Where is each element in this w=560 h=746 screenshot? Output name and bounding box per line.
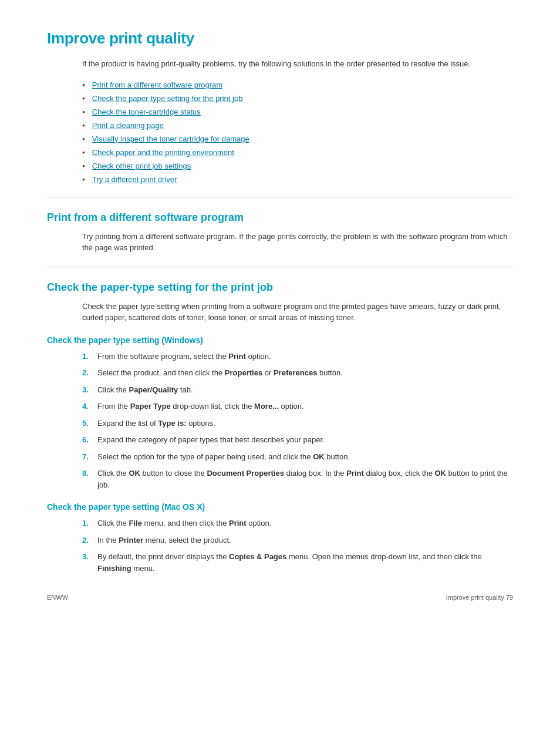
windows-steps-list: 1. From the software program, select the… bbox=[82, 351, 513, 491]
step-item: 2. In the Printer menu, select the produ… bbox=[82, 535, 513, 546]
bold-text: Properties bbox=[225, 368, 262, 377]
bold-text: Print bbox=[346, 469, 364, 478]
subsection1-title: Check the paper type setting (Windows) bbox=[47, 335, 513, 345]
step-content: Select the product, and then click the P… bbox=[97, 367, 513, 379]
step-number: 8. bbox=[82, 468, 97, 479]
list-item: Check the toner-cartridge status bbox=[82, 107, 513, 116]
step-content: Expand the list of Type is: options. bbox=[97, 418, 513, 429]
step-content: Select the option for the type of paper … bbox=[97, 451, 513, 463]
link-check-paper-env[interactable]: Check paper and the printing environment bbox=[92, 148, 234, 157]
step-item: 3. By default, the print driver displays… bbox=[82, 551, 513, 574]
step-number: 1. bbox=[82, 351, 97, 362]
step-item: 3. Click the Paper/Quality tab. bbox=[82, 384, 513, 396]
section2-body: Check the paper type setting when printi… bbox=[82, 301, 513, 324]
bold-text: Paper Type bbox=[130, 402, 171, 411]
bold-text: Preferences bbox=[274, 368, 317, 377]
step-number: 3. bbox=[82, 551, 97, 563]
list-item: Try a different print driver bbox=[82, 175, 513, 184]
step-number: 4. bbox=[82, 401, 97, 412]
step-item: 4. From the Paper Type drop-down list, c… bbox=[82, 401, 513, 412]
step-content: In the Printer menu, select the product. bbox=[97, 535, 513, 546]
step-number: 6. bbox=[82, 434, 97, 446]
footer-left: ENWW bbox=[47, 594, 68, 601]
step-content: From the Paper Type drop-down list, clic… bbox=[97, 401, 513, 412]
section-divider bbox=[47, 197, 513, 197]
step-content: Expand the category of paper types that … bbox=[97, 434, 513, 446]
step-number: 5. bbox=[82, 418, 97, 429]
link-check-other-settings[interactable]: Check other print job settings bbox=[92, 162, 191, 170]
intro-text: If the product is having print-quality p… bbox=[82, 58, 513, 70]
bold-text: Print bbox=[229, 519, 247, 527]
bold-text: Copies & Pages bbox=[229, 552, 286, 561]
bold-text: Type is: bbox=[158, 419, 186, 428]
bold-text: Print bbox=[228, 352, 246, 361]
footer-right: Improve print quality 79 bbox=[446, 594, 513, 601]
page-footer: ENWW Improve print quality 79 bbox=[47, 594, 513, 601]
bold-text: File bbox=[129, 519, 141, 527]
bold-text: OK bbox=[434, 469, 446, 478]
main-title: Improve print quality bbox=[47, 29, 513, 48]
list-item: Check other print job settings bbox=[82, 162, 513, 170]
bold-text: Paper/Quality bbox=[129, 385, 178, 394]
step-item: 1. Click the File menu, and then click t… bbox=[82, 518, 513, 529]
step-item: 5. Expand the list of Type is: options. bbox=[82, 418, 513, 429]
link-visually-inspect[interactable]: Visually inspect the toner cartridge for… bbox=[92, 135, 249, 143]
step-item: 2. Select the product, and then click th… bbox=[82, 367, 513, 379]
step-content: Click the Paper/Quality tab. bbox=[97, 384, 513, 396]
list-item: Check the paper-type setting for the pri… bbox=[82, 94, 513, 103]
step-item: 1. From the software program, select the… bbox=[82, 351, 513, 362]
section1-title: Print from a different software program bbox=[47, 211, 513, 224]
bold-text: Printer bbox=[119, 536, 143, 545]
list-item: Print from a different software program bbox=[82, 80, 513, 89]
mac-steps-list: 1. Click the File menu, and then click t… bbox=[82, 518, 513, 574]
step-number: 2. bbox=[82, 535, 97, 546]
bold-text: OK bbox=[129, 469, 140, 478]
bold-text: More... bbox=[254, 402, 279, 411]
list-item: Visually inspect the toner cartridge for… bbox=[82, 135, 513, 143]
step-content: Click the File menu, and then click the … bbox=[97, 518, 513, 529]
link-print-different-software[interactable]: Print from a different software program bbox=[92, 80, 222, 89]
subsection2-title: Check the paper type setting (Mac OS X) bbox=[47, 502, 513, 512]
section-divider bbox=[47, 267, 513, 267]
step-content: From the software program, select the Pr… bbox=[97, 351, 513, 362]
step-number: 3. bbox=[82, 384, 97, 396]
bold-text: OK bbox=[313, 452, 325, 461]
link-check-paper-type[interactable]: Check the paper-type setting for the pri… bbox=[92, 94, 243, 103]
link-print-cleaning[interactable]: Print a cleaning page bbox=[92, 121, 164, 130]
bold-text: Document Properties bbox=[207, 469, 284, 478]
page-container: Improve print quality If the product is … bbox=[0, 0, 560, 619]
link-check-toner-status[interactable]: Check the toner-cartridge status bbox=[92, 107, 201, 116]
bold-text: Finishing bbox=[97, 564, 131, 573]
step-number: 2. bbox=[82, 367, 97, 379]
link-try-different-driver[interactable]: Try a different print driver bbox=[92, 175, 177, 184]
step-content: Click the OK button to close the Documen… bbox=[97, 468, 513, 490]
step-item: 8. Click the OK button to close the Docu… bbox=[82, 468, 513, 490]
section1-body: Try printing from a different software p… bbox=[82, 231, 513, 254]
bullet-list: Print from a different software program … bbox=[82, 80, 513, 184]
step-number: 7. bbox=[82, 451, 97, 463]
section2-title: Check the paper-type setting for the pri… bbox=[47, 281, 513, 294]
step-content: By default, the print driver displays th… bbox=[97, 551, 513, 574]
list-item: Check paper and the printing environment bbox=[82, 148, 513, 157]
step-number: 1. bbox=[82, 518, 97, 529]
list-item: Print a cleaning page bbox=[82, 121, 513, 130]
step-item: 7. Select the option for the type of pap… bbox=[82, 451, 513, 463]
step-item: 6. Expand the category of paper types th… bbox=[82, 434, 513, 446]
